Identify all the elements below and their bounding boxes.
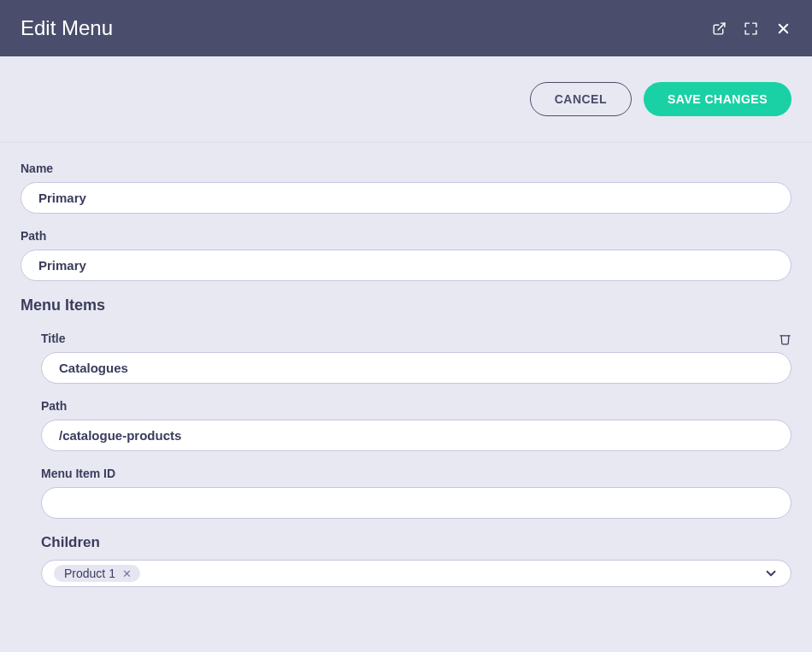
menu-items-heading: Menu Items <box>21 297 791 314</box>
path-input[interactable] <box>21 250 791 281</box>
children-label: Children <box>41 534 791 551</box>
form-section: Name Path Menu Items Title Path <box>0 143 812 587</box>
path-field-group: Path <box>21 229 791 281</box>
children-field-group: Children Product 1 ✕ <box>41 534 791 587</box>
save-button[interactable]: Save Changes <box>644 82 791 116</box>
path-label: Path <box>21 229 791 243</box>
modal-header: Edit Menu <box>0 0 812 56</box>
children-select[interactable]: Product 1 ✕ <box>41 560 791 587</box>
chip-remove-icon[interactable]: ✕ <box>121 567 133 580</box>
chevron-down-icon <box>763 566 779 581</box>
name-input[interactable] <box>21 182 791 214</box>
item-title-input[interactable] <box>41 352 791 384</box>
child-chip-label: Product 1 <box>64 567 115 580</box>
item-path-field-group: Path <box>41 399 791 451</box>
item-id-input[interactable] <box>41 487 791 519</box>
expand-icon[interactable] <box>744 21 758 36</box>
item-title-field-group: Title <box>41 332 791 384</box>
name-field-group: Name <box>21 162 791 214</box>
modal-title: Edit Menu <box>21 16 113 40</box>
action-bar: Cancel Save Changes <box>0 56 812 143</box>
item-id-field-group: Menu Item ID <box>41 467 791 519</box>
cancel-button[interactable]: Cancel <box>530 82 632 116</box>
name-label: Name <box>21 162 791 175</box>
trash-icon[interactable] <box>779 332 791 345</box>
close-icon[interactable] <box>775 21 791 37</box>
external-link-icon[interactable] <box>712 21 727 36</box>
item-path-label: Path <box>41 399 791 413</box>
svg-line-0 <box>718 23 725 30</box>
item-id-label: Menu Item ID <box>41 467 791 480</box>
header-icons <box>712 21 791 37</box>
item-path-input[interactable] <box>41 420 791 451</box>
menu-item-block: Title Path Menu Item ID Children <box>21 332 791 587</box>
item-header-row: Title <box>41 332 791 345</box>
child-chip: Product 1 ✕ <box>54 565 140 582</box>
item-title-label: Title <box>41 332 66 345</box>
